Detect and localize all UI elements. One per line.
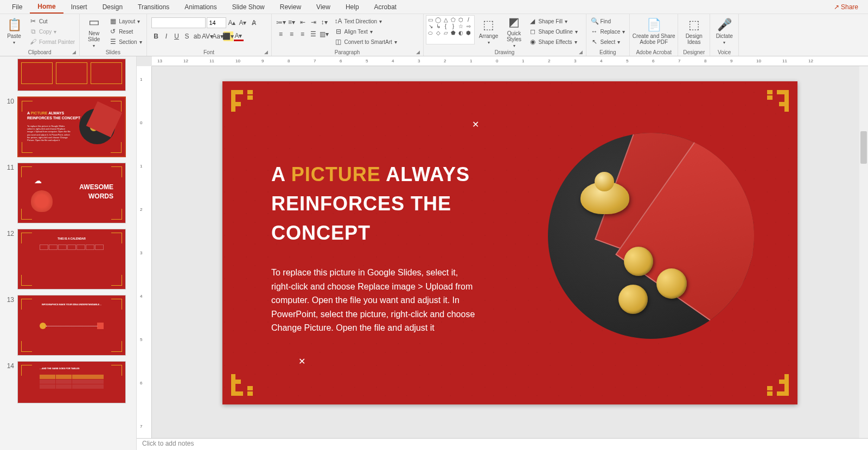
shape-outline-button[interactable]: ◻Shape Outline ▾ — [529, 27, 578, 36]
corner-ornament-icon — [231, 363, 264, 396]
notes-pane[interactable]: Click to add notes — [137, 438, 868, 450]
columns-button[interactable]: ▥▾ — [320, 29, 329, 39]
font-size-select[interactable] — [207, 17, 226, 28]
tab-help[interactable]: Help — [338, 1, 367, 13]
tab-review[interactable]: Review — [272, 1, 309, 13]
convert-smartart-button[interactable]: ◫Convert to SmartArt ▾ — [335, 37, 397, 47]
effects-icon: ◉ — [529, 38, 537, 46]
drawing-dialog-launcher[interactable]: ◢ — [579, 49, 583, 55]
tab-file[interactable]: File — [4, 1, 30, 13]
decrease-font-button[interactable]: A▾ — [238, 18, 248, 28]
group-font: A▴ A▾ A̷ B I U S ab AV▾ Aa▾ ⬛▾ A▾ Font◢ — [147, 14, 272, 56]
shape-effects-button[interactable]: ◉Shape Effects ▾ — [529, 37, 578, 47]
paragraph-dialog-launcher[interactable]: ◢ — [416, 49, 420, 55]
increase-font-button[interactable]: A▴ — [227, 18, 237, 28]
search-icon: 🔍 — [591, 17, 598, 25]
reset-button[interactable]: ↺Reset — [109, 27, 142, 36]
italic-button[interactable]: I — [162, 31, 171, 41]
horizontal-ruler[interactable]: 131211109876543210123456789101112 — [152, 56, 868, 66]
thumbnail-item[interactable]: 11 AWESOMEWORDS ☁ — [4, 163, 132, 223]
flower-ornament-icon: ✕ — [472, 119, 479, 130]
layout-button[interactable]: ▦Layout ▾ — [109, 16, 142, 26]
group-editing: 🔍Find ↔Replace ▾ ↖Select ▾ Editing — [586, 14, 630, 56]
bold-button[interactable]: B — [151, 31, 161, 41]
align-text-icon: ⊟ — [335, 28, 342, 35]
section-icon: ☰ — [109, 38, 117, 46]
scissors-icon: ✂ — [29, 17, 37, 25]
design-ideas-button[interactable]: ⬚Design Ideas — [680, 15, 707, 48]
justify-button[interactable]: ☰ — [309, 29, 318, 39]
section-button[interactable]: ☰Section ▾ — [109, 37, 142, 47]
tab-slideshow[interactable]: Slide Show — [225, 1, 272, 13]
shape-fill-button[interactable]: ◢Shape Fill ▾ — [529, 16, 578, 26]
slide-body-text[interactable]: To replace this picture in Google Slides… — [271, 266, 477, 335]
thumbnail-item[interactable]: 13 INFOGRAPHICS MAKE YOUR IDEA UNDERSTAN… — [4, 295, 132, 356]
corner-ornament-icon — [231, 90, 264, 123]
numbering-button[interactable]: ≡▾ — [287, 17, 297, 27]
thumbnail-item[interactable]: 10 A PICTURE ALWAYSREINFORCES THE CONCEP… — [4, 97, 132, 157]
underline-button[interactable]: U — [172, 31, 182, 41]
share-button[interactable]: ↗ Share — [828, 1, 864, 13]
vertical-scrollbar[interactable] — [859, 66, 868, 438]
group-paragraph: ≔▾ ≡▾ ⇤ ⇥ ↕▾ ≡ ≡ ≡ ☰ ▥▾ ↕AText Direction… — [272, 14, 424, 56]
arrange-icon: ⬚ — [483, 18, 494, 32]
slide-thumbnails-panel[interactable]: 10 A PICTURE ALWAYSREINFORCES THE CONCEP… — [0, 56, 137, 450]
new-slide-button[interactable]: ▭New Slide▾ — [82, 15, 106, 48]
slide-title[interactable]: A PICTURE ALWAYS REINFORCES THE CONCEPT — [271, 160, 499, 248]
bullets-button[interactable]: ≔▾ — [276, 17, 286, 27]
clipboard-icon: 📋 — [7, 18, 22, 32]
line-spacing-button[interactable]: ↕▾ — [320, 17, 329, 27]
clear-formatting-button[interactable]: A̷ — [249, 18, 259, 28]
tab-insert[interactable]: Insert — [63, 1, 95, 13]
shapes-gallery[interactable]: ▭◯△⬠⬡/ ↘↳{}☆⇨ ⬭◇▱⬟◐⬢ — [426, 15, 475, 44]
copy-button[interactable]: ⧉Copy ▾ — [29, 27, 75, 36]
thumbnail-item[interactable] — [4, 59, 132, 91]
dictate-button[interactable]: 🎤Dictate▾ — [712, 15, 736, 48]
align-right-button[interactable]: ≡ — [298, 29, 308, 39]
paste-button[interactable]: 📋Paste▾ — [2, 15, 26, 48]
align-left-button[interactable]: ≡ — [276, 29, 286, 39]
menu-bar: File Home Insert Design Transitions Anim… — [0, 0, 868, 14]
copy-icon: ⧉ — [29, 28, 37, 35]
align-center-button[interactable]: ≡ — [287, 29, 297, 39]
char-spacing-button[interactable]: AV▾ — [203, 31, 213, 41]
tab-design[interactable]: Design — [95, 1, 130, 13]
format-painter-button[interactable]: 🖌Format Painter — [29, 37, 75, 47]
arrange-button[interactable]: ⬚Arrange▾ — [476, 15, 502, 48]
change-case-button[interactable]: Aa▾ — [213, 31, 223, 41]
create-share-pdf-button[interactable]: 📄Create and Share Adobe PDF — [632, 15, 675, 48]
select-icon: ↖ — [591, 38, 598, 46]
slide-canvas[interactable]: ✕ ✕ A PICTURE ALWAYS REINFORCES THE CONC… — [152, 66, 868, 438]
find-button[interactable]: 🔍Find — [591, 16, 626, 26]
thumbnail-item[interactable]: 12 THIS IS A CALENDAR — [4, 229, 132, 290]
current-slide[interactable]: ✕ ✕ A PICTURE ALWAYS REINFORCES THE CONC… — [222, 81, 797, 404]
gold-coin-icon — [656, 268, 687, 299]
increase-indent-button[interactable]: ⇥ — [309, 17, 318, 27]
tab-transitions[interactable]: Transitions — [130, 1, 177, 13]
microphone-icon: 🎤 — [717, 18, 732, 32]
replace-button[interactable]: ↔Replace ▾ — [591, 27, 626, 36]
group-slides: ▭New Slide▾ ▦Layout ▾ ↺Reset ☰Section ▾ … — [80, 14, 146, 56]
font-color-button[interactable]: A▾ — [234, 31, 244, 41]
highlight-button[interactable]: ⬛▾ — [224, 31, 233, 41]
quick-styles-button[interactable]: ◩Quick Styles▾ — [503, 15, 526, 48]
group-drawing: ▭◯△⬠⬡/ ↘↳{}☆⇨ ⬭◇▱⬟◐⬢ ⬚Arrange▾ ◩Quick St… — [424, 14, 586, 56]
tab-acrobat[interactable]: Acrobat — [367, 1, 404, 13]
font-dialog-launcher[interactable]: ◢ — [264, 49, 268, 55]
decrease-indent-button[interactable]: ⇤ — [298, 17, 308, 27]
vertical-ruler[interactable]: 101234567 — [137, 66, 152, 438]
thumbnail-item[interactable]: 14 …AND THE SAME GOES FOR TABLES — [4, 361, 132, 403]
text-direction-button[interactable]: ↕AText Direction ▾ — [335, 16, 397, 26]
tab-view[interactable]: View — [309, 1, 338, 13]
select-button[interactable]: ↖Select ▾ — [591, 37, 626, 47]
font-family-select[interactable] — [151, 17, 206, 28]
tab-home[interactable]: Home — [30, 1, 63, 14]
new-slide-icon: ▭ — [88, 15, 100, 29]
tab-animations[interactable]: Animations — [177, 1, 224, 13]
cut-button[interactable]: ✂Cut — [29, 16, 75, 26]
align-text-button[interactable]: ⊟Align Text ▾ — [335, 27, 397, 36]
strikethrough-button[interactable]: S — [182, 31, 192, 41]
shadow-button[interactable]: ab — [193, 31, 202, 41]
slide-picture-placeholder[interactable] — [548, 133, 754, 339]
clipboard-dialog-launcher[interactable]: ◢ — [72, 49, 76, 55]
